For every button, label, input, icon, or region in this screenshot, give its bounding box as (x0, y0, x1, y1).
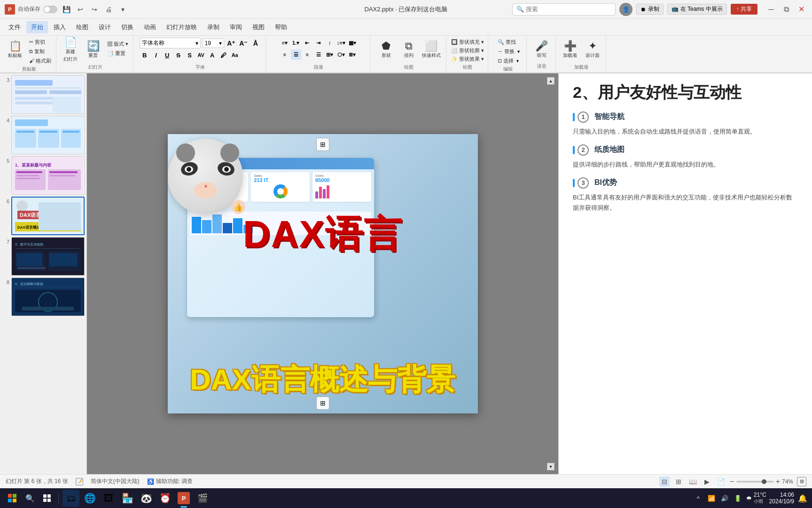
menu-animations[interactable]: 动画 (139, 21, 161, 33)
teams-button[interactable]: 📺 在 Teams 中展示 (667, 4, 726, 15)
charspacing-btn[interactable]: AV (196, 50, 206, 60)
shapes-btn[interactable]: ⬟ 形状 (376, 38, 397, 62)
indent-more-btn[interactable]: ⇥ (313, 38, 324, 48)
taskbar-app-powerpoint[interactable]: P (175, 490, 192, 507)
tray-sound[interactable]: 🔊 (719, 492, 730, 504)
align-left-btn[interactable]: ≡ (280, 49, 290, 60)
select-dropdown[interactable]: ▾ (516, 58, 519, 64)
menu-record[interactable]: 录制 (203, 21, 224, 33)
tray-chevron[interactable]: ^ (693, 492, 704, 504)
indent-less-btn[interactable]: ⇤ (302, 38, 312, 48)
dictate-btn[interactable]: 🎤 听写 (531, 38, 552, 62)
zoom-slider[interactable] (736, 481, 774, 483)
select-btn[interactable]: ⊡ 选择 (496, 56, 515, 65)
slide-sorter-btn[interactable]: ⊞ (673, 476, 684, 487)
taskview-btn[interactable] (39, 491, 55, 506)
slide-thumb-6[interactable]: 6 DAX语言 DAX语言概述与背景 (2, 197, 85, 235)
menu-draw[interactable]: 绘图 (71, 21, 93, 33)
slideshow-btn[interactable]: ▶ (702, 476, 712, 487)
find-btn[interactable]: 🔍 查找 (496, 38, 520, 46)
taskbar-app-photos[interactable]: 🖼 (100, 490, 117, 507)
menu-design[interactable]: 设计 (94, 21, 116, 33)
clear-format-btn[interactable]: Ā (250, 38, 261, 48)
more-btn[interactable]: ▾ (117, 3, 129, 16)
format-painter-btn[interactable]: 🖌 格式刷 (27, 56, 53, 65)
taskbar-app-edge[interactable]: 🌐 (81, 490, 98, 507)
share-button[interactable]: ↑ 共享 (731, 4, 757, 15)
quick-styles-btn[interactable]: ⬜ 快速样式 (421, 38, 442, 62)
slide-thumb-8[interactable]: 8 4、波光粼粼与数据 (2, 278, 85, 316)
shape-fill-btn[interactable]: 🔲 形状填充 ▾ (449, 38, 486, 46)
menu-insert[interactable]: 插入 (49, 21, 70, 33)
minimize-btn[interactable]: ─ (765, 3, 777, 16)
new-slide-btn[interactable]: 📄 新建 幻灯片 (60, 38, 81, 62)
autosave-toggle[interactable] (43, 6, 57, 13)
taskbar-app-clock[interactable]: ⏰ (156, 490, 173, 507)
bold-btn[interactable]: B (140, 50, 150, 60)
record-button[interactable]: ⏺ 录制 (636, 4, 664, 15)
zoom-out-btn[interactable]: − (730, 477, 734, 486)
close-btn[interactable]: ✕ (795, 3, 807, 16)
undo-btn[interactable]: ↩ (74, 3, 86, 16)
copy-btn[interactable]: ⧉ 复制 (27, 47, 53, 56)
font-selector[interactable]: 字体名称▾ (140, 38, 201, 48)
replace-dropdown[interactable]: ▾ (517, 49, 520, 54)
slide-thumb-4[interactable]: 4 (2, 116, 85, 154)
cut-btn[interactable]: ✂ 剪切 (27, 38, 53, 46)
italic-btn[interactable]: I (151, 50, 161, 60)
shape-effect-btn[interactable]: ✨ 形状效果 ▾ (449, 55, 486, 63)
line-spacing-btn[interactable]: ↕≡▾ (336, 38, 346, 48)
slide-preview-8[interactable]: 4、波光粼粼与数据 (11, 278, 85, 316)
restore-btn[interactable]: ⧉ (780, 3, 792, 16)
paste-btn[interactable]: 📋 粘贴板 (5, 38, 25, 62)
selection-handle-bottom[interactable]: ⊞ (316, 397, 329, 410)
designer-btn[interactable]: ✦ 设计器 (582, 38, 603, 62)
menu-help[interactable]: 帮助 (270, 21, 292, 33)
zoom-in-btn[interactable]: + (776, 477, 780, 486)
menu-slideshow[interactable]: 幻灯片放映 (162, 21, 202, 33)
taskbar-app-store[interactable]: 🏪 (119, 490, 136, 507)
avatar[interactable]: 👤 (619, 3, 632, 16)
normal-view-btn[interactable]: ⊟ (659, 476, 670, 487)
align-center-btn[interactable]: ☰ (291, 49, 301, 60)
accessibility-indicator[interactable]: ♿ 辅助功能: 调查 (147, 477, 193, 485)
underline-btn[interactable]: U (162, 50, 172, 60)
menu-home[interactable]: 开始 (26, 21, 48, 33)
selection-handle-top[interactable]: ⊞ (316, 138, 329, 151)
tray-network[interactable]: 📶 (706, 492, 717, 504)
notes-toggle[interactable]: 📝 (76, 478, 83, 485)
align-right-btn[interactable]: ≡ (302, 49, 312, 60)
slide-thumb-7[interactable]: 7 3、数字与互动智能 (2, 237, 85, 276)
save-btn[interactable]: 💾 (60, 3, 72, 16)
taskbar-app-panda[interactable]: 🐼 (138, 490, 155, 507)
replace-btn[interactable]: ↔ 替换 (496, 47, 516, 56)
search-box[interactable]: 🔍 (512, 3, 616, 16)
strikethrough-btn[interactable]: S (173, 50, 184, 60)
font-increase-btn[interactable]: A⁺ (226, 38, 236, 48)
text-align-btn[interactable]: ⊞▾ (325, 49, 335, 60)
numbering-btn[interactable]: 1.▾ (291, 38, 301, 48)
taskbar-app-explorer[interactable]: 🗂 (62, 490, 79, 507)
notification-btn[interactable]: 🔔 (797, 492, 808, 504)
highlight-btn[interactable]: 🖊 (219, 50, 229, 60)
tray-battery[interactable]: 🔋 (732, 492, 743, 504)
slide-preview-6[interactable]: DAX语言 DAX语言概述与背景 (11, 197, 85, 235)
reading-view-btn[interactable]: 📖 (687, 476, 698, 487)
textalign2-btn[interactable]: ≣▾ (347, 49, 358, 60)
menu-file[interactable]: 文件 (4, 21, 25, 33)
slide-preview-7[interactable]: 3、数字与互动智能 (11, 237, 85, 276)
search-input[interactable] (526, 6, 611, 13)
justify-btn[interactable]: ☰ (313, 49, 324, 60)
shape-outline-btn[interactable]: ⬜ 形状轮廓 ▾ (449, 46, 486, 55)
font-decrease-btn[interactable]: A⁻ (238, 38, 249, 48)
smartart-btn[interactable]: ⬡▾ (336, 49, 346, 60)
search-taskbar-btn[interactable]: 🔍 (23, 491, 38, 506)
print-btn[interactable]: 🖨 (102, 3, 115, 16)
col-btn[interactable]: ▦▾ (347, 38, 358, 48)
taskbar-app-video[interactable]: 🎬 (194, 490, 211, 507)
slide-thumb-5[interactable]: 5 1、某某标题与内容 (2, 156, 85, 195)
weather-widget[interactable]: 🌧 21°C 小雨 (746, 492, 766, 505)
section-btn[interactable]: 📑 重置 (105, 49, 130, 57)
layout-btn[interactable]: ▦ 版式 ▾ (105, 40, 130, 48)
text-size-btn[interactable]: Aa (230, 50, 240, 60)
